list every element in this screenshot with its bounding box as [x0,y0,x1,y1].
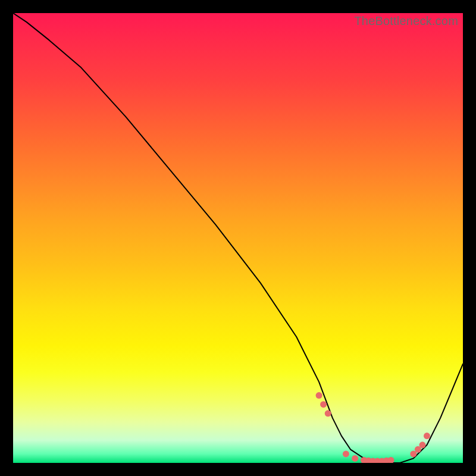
curve-layer [13,13,463,463]
highlight-dots [316,392,430,463]
highlight-dot [325,410,331,416]
highlight-dot [320,401,327,408]
highlight-dot [352,455,358,462]
highlight-dot [343,450,349,457]
highlight-dot [388,457,394,463]
highlight-dot [316,392,322,399]
highlight-dot [424,433,430,439]
chart-frame: TheBottleneck.com [0,0,476,476]
highlight-dot [419,441,426,448]
bottleneck-curve [13,13,463,463]
plot-area: TheBottleneck.com [13,13,463,463]
